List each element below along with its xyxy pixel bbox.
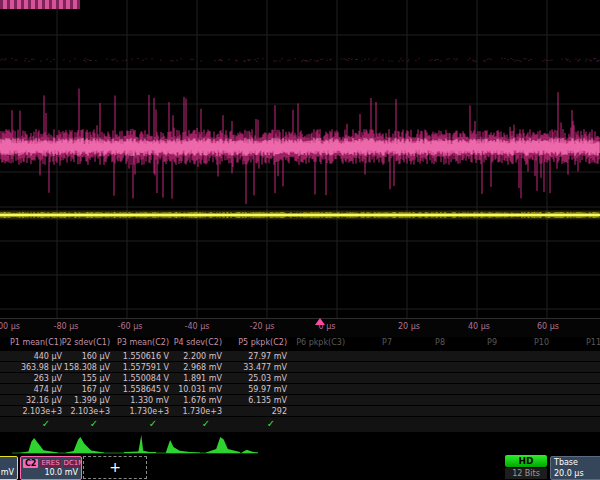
measurement-row: 363.98 µV158.308 µV1.557591 V2.968 mV33.…: [0, 362, 600, 373]
time-axis-label: 60 µs: [537, 322, 559, 331]
measurement-cell: 6.135 mV: [0, 396, 287, 405]
trigger-position-marker[interactable]: [315, 318, 325, 325]
channel-c2-badge: C2: [23, 459, 38, 468]
c2-trace-band: [0, 141, 600, 153]
oscilloscope-screen: -100 µs-80 µs-60 µs-40 µs-20 µs0 µs20 µs…: [0, 0, 600, 480]
measurement-cell: 33.477 mV: [0, 363, 287, 372]
channel-c2-coupling-tag: DC1M: [63, 459, 82, 468]
measurement-row: 440 µV160 µV1.550616 V2.200 mV27.97 mV: [0, 351, 600, 362]
measurement-status-check: ✓: [267, 418, 275, 429]
timebase-value: 20.0 µs: [554, 469, 584, 478]
time-axis-label: 20 µs: [398, 322, 420, 331]
channel-c2-volts-div: 10.0 mV: [23, 468, 78, 478]
hd-badge: HD: [505, 455, 547, 467]
measurement-row: 474 µV167 µV1.558645 V10.031 mV59.97 mV: [0, 384, 600, 395]
histicon[interactable]: [124, 435, 156, 453]
measurement-header-unused[interactable]: P11: [0, 338, 600, 347]
time-axis-label: 40 µs: [468, 322, 490, 331]
measurement-row: 2.103e+32.103e+31.730e+31.730e+3292: [0, 406, 600, 417]
time-axis-label: -40 µs: [185, 322, 210, 331]
channel-c1-descriptor[interactable]: C1 ERES DC1M 10.0 mV: [0, 456, 18, 480]
histicon[interactable]: [166, 440, 200, 453]
hd-mode-block[interactable]: HD 12 Bits: [505, 455, 547, 480]
time-axis-label: -100 µs: [0, 322, 20, 331]
waveform-display: [0, 0, 600, 318]
measurement-table-header: P1 mean(C1)P2 sdev(C1)P3 mean(C2)P4 sdev…: [0, 338, 600, 350]
measurement-status-check: ✓: [149, 418, 157, 429]
measurement-status-check: ✓: [202, 418, 210, 429]
hd-bits-label: 12 Bits: [505, 468, 547, 479]
channel-c1-volts-div: 10.0 mV: [0, 468, 14, 478]
histicon[interactable]: [66, 437, 104, 453]
measurement-histicons: [0, 432, 600, 455]
measurement-row: 32.16 µV1.399 µV1.330 mV1.676 mV6.135 mV: [0, 395, 600, 406]
time-axis-label: -20 µs: [250, 322, 275, 331]
measurement-row: 263 µV155 µV1.550084 V1.891 mV25.03 mV: [0, 373, 600, 384]
time-axis-label: -60 µs: [118, 322, 143, 331]
measurement-status-check: ✓: [42, 418, 50, 429]
measurement-status-row: ✓✓✓✓✓: [0, 417, 600, 432]
status-bar: C1 ERES DC1M 10.0 mV C2 ERES DC1M 10.0 m…: [0, 455, 600, 480]
header-tab[interactable]: [0, 0, 80, 9]
measurement-cell: 59.97 mV: [0, 385, 287, 394]
add-channel-button[interactable]: +: [83, 456, 147, 479]
c2-peak-speckles: [1, 58, 599, 62]
time-axis-label: -80 µs: [54, 322, 79, 331]
timebase-descriptor[interactable]: Tbase 20.0 µs: [550, 456, 600, 480]
histicon[interactable]: [206, 437, 240, 453]
measurement-table: P1 mean(C1)P2 sdev(C1)P3 mean(C2)P4 sdev…: [0, 336, 600, 432]
channel-c2-descriptor[interactable]: C2 ERES DC1M 10.0 mV: [20, 456, 82, 480]
channel-c2-eres-tag: ERES: [40, 459, 60, 468]
measurement-cell: 292: [0, 407, 287, 416]
histicon[interactable]: [20, 438, 58, 453]
time-axis: -100 µs-80 µs-60 µs-40 µs-20 µs0 µs20 µs…: [0, 318, 600, 337]
measurement-cell: 27.97 mV: [0, 352, 287, 361]
timebase-label: Tbase: [554, 458, 578, 467]
measurement-cell: 25.03 mV: [0, 374, 287, 383]
measurement-status-check: ✓: [90, 418, 98, 429]
histicon[interactable]: [242, 450, 258, 453]
